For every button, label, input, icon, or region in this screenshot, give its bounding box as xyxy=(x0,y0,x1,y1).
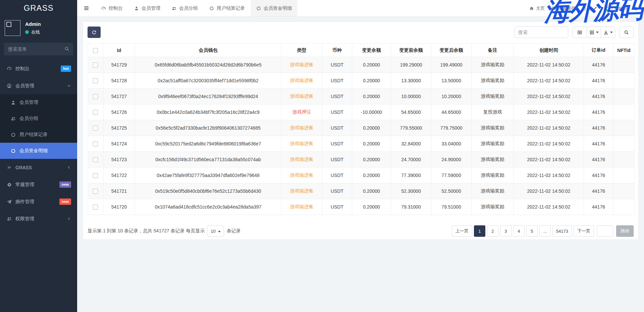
cell-id: 541729 xyxy=(103,57,135,73)
page-button[interactable]: 3 xyxy=(500,225,512,237)
cell-id: 541723 xyxy=(103,152,135,168)
menu-search-input[interactable] xyxy=(4,43,73,55)
page-button[interactable]: 2 xyxy=(487,225,498,237)
edit-button[interactable] xyxy=(593,6,597,11)
row-select-cell xyxy=(88,120,103,136)
sidebar-item-label: 会员分组 xyxy=(19,116,38,122)
column-header[interactable]: 类型 xyxy=(281,44,322,57)
sidebar-item-grass[interactable]: GRASS xyxy=(0,159,77,176)
row-checkbox[interactable] xyxy=(93,173,98,178)
next-page-button[interactable]: 下一页 xyxy=(574,225,594,237)
sidebar-item-addon-management[interactable]: 插件管理 new xyxy=(0,193,77,210)
cell-before-balance: 10.00000 xyxy=(391,89,431,104)
column-header[interactable]: 币种 xyxy=(322,44,352,57)
view-options-group xyxy=(573,27,615,38)
sidebar-submenu: 会员管理 会员分组 用户结算记录 会员资金明细 xyxy=(0,94,77,159)
sidebar-item-dashboard[interactable]: 控制台 hot xyxy=(0,60,77,77)
cell-nft-id xyxy=(613,104,635,120)
column-header[interactable]: 备注 xyxy=(472,44,514,57)
home-link[interactable]: 主页 xyxy=(529,5,545,11)
row-select-cell xyxy=(88,136,103,152)
cell-type: 游戏输进账 xyxy=(281,152,322,168)
cell-coin: USDT xyxy=(322,104,352,120)
tab-dashboard[interactable]: 控制台 xyxy=(96,0,128,16)
row-checkbox[interactable] xyxy=(93,205,98,210)
cell-nft-id xyxy=(613,89,635,104)
refresh-button[interactable] xyxy=(88,27,101,38)
page-button[interactable]: 4 xyxy=(513,225,525,237)
row-checkbox[interactable] xyxy=(93,126,98,131)
tab-member-groups[interactable]: 会员分组 xyxy=(166,0,204,16)
cell-type: 游戏输进账 xyxy=(281,120,322,136)
column-header[interactable]: 订单id xyxy=(584,44,613,57)
cell-wallet: 0x56e5c5f2ad7330bacfe12b9f90840613072748… xyxy=(135,120,281,136)
cell-nft-id xyxy=(613,136,635,152)
row-checkbox[interactable] xyxy=(93,94,98,99)
sidebar-item-general-settings[interactable]: 常规管理 new xyxy=(0,176,77,193)
sidebar-item-members[interactable]: 会员管理 xyxy=(0,94,77,110)
row-select-cell xyxy=(88,152,103,168)
page-size-select[interactable]: 10 xyxy=(207,225,224,237)
column-header[interactable]: 会员钱包 xyxy=(135,44,281,57)
page-button[interactable]: ... xyxy=(539,225,551,237)
jump-button[interactable]: 跳转 xyxy=(616,225,634,237)
sidebar-item-label: 用户结算记录 xyxy=(19,132,48,138)
page-button[interactable]: 1 xyxy=(474,225,485,237)
cell-before-balance: 779.55000 xyxy=(391,120,431,136)
user-menu[interactable]: Admin xyxy=(604,5,627,12)
user-name: Admin xyxy=(25,21,41,27)
row-checkbox[interactable] xyxy=(93,62,98,68)
row-select-cell xyxy=(88,89,103,104)
sidebar: GRASS Admin 在线 控制台 hot 会员管理 会员管理 xyxy=(0,0,77,312)
sidebar-item-permission-management[interactable]: 权限管理 xyxy=(0,210,77,227)
cell-amount: 0.20000 xyxy=(352,73,391,89)
column-header[interactable]: Id xyxy=(103,44,135,57)
avatar xyxy=(5,20,20,36)
row-checkbox[interactable] xyxy=(93,157,98,162)
broken-image-icon xyxy=(604,5,612,11)
cell-created-time: 2022-11-02 14:50:02 xyxy=(514,57,584,73)
settings-button[interactable] xyxy=(633,6,638,11)
cell-remark: 游戏输奖励 xyxy=(472,152,514,168)
row-select-cell xyxy=(88,199,103,215)
cell-wallet: 0x42ae75fafe9f327775aa33947dfa602ef9e796… xyxy=(135,168,281,183)
sidebar-item-member-funds[interactable]: 会员资金明细 xyxy=(0,143,77,159)
cell-created-time: 2022-11-02 14:50:02 xyxy=(514,104,584,120)
column-header[interactable]: 变更余额 xyxy=(352,44,391,57)
sidebar-item-settlement-records[interactable]: 用户结算记录 xyxy=(0,127,77,143)
page-button[interactable]: 5 xyxy=(526,225,538,237)
columns-button[interactable] xyxy=(587,27,601,38)
angles-right-icon xyxy=(7,165,12,170)
tab-settlement-records[interactable]: 用户结算记录 xyxy=(204,0,251,16)
sidebar-item-member-management[interactable]: 会员管理 xyxy=(0,77,77,94)
detail-view-button[interactable] xyxy=(573,27,587,38)
table-row: 541724 0xc59c520175ed2a6d6c7949fde880601… xyxy=(88,136,635,152)
cell-before-balance: 32.84000 xyxy=(391,136,431,152)
column-header[interactable]: 创建时间 xyxy=(514,44,584,57)
sidebar-item-label: 插件管理 xyxy=(15,199,34,205)
row-checkbox[interactable] xyxy=(93,78,98,83)
jump-page-input[interactable] xyxy=(597,225,613,237)
sidebar-menu: 控制台 hot 会员管理 会员管理 会员分组 用户结算记录 会员资金明细 xyxy=(0,60,77,227)
cell-id: 541720 xyxy=(103,199,135,215)
sidebar-toggle-button[interactable] xyxy=(77,0,96,16)
advanced-search-button[interactable] xyxy=(619,27,634,38)
cell-id: 541728 xyxy=(103,73,135,89)
export-button[interactable] xyxy=(601,27,615,38)
row-checkbox[interactable] xyxy=(93,141,98,146)
sidebar-item-member-groups[interactable]: 会员分组 xyxy=(0,110,77,127)
tab-member-funds[interactable]: 会员资金明细 xyxy=(251,0,298,16)
row-checkbox[interactable] xyxy=(93,189,98,194)
clear-cache-button[interactable]: 清除缓存 xyxy=(551,5,575,11)
select-all-checkbox[interactable] xyxy=(93,48,98,53)
file-button[interactable] xyxy=(582,6,586,11)
prev-page-button[interactable]: 上一页 xyxy=(452,225,472,237)
column-header[interactable]: 变更后余额 xyxy=(431,44,472,57)
table-search-input[interactable] xyxy=(515,27,568,38)
cell-amount: 0.20000 xyxy=(352,89,391,104)
tab-member-management[interactable]: 会员管理 xyxy=(128,0,166,16)
row-checkbox[interactable] xyxy=(93,110,98,115)
column-header[interactable]: NFTid xyxy=(613,44,635,57)
column-header[interactable]: 变更前余额 xyxy=(391,44,431,57)
page-button[interactable]: 54173 xyxy=(552,225,572,237)
